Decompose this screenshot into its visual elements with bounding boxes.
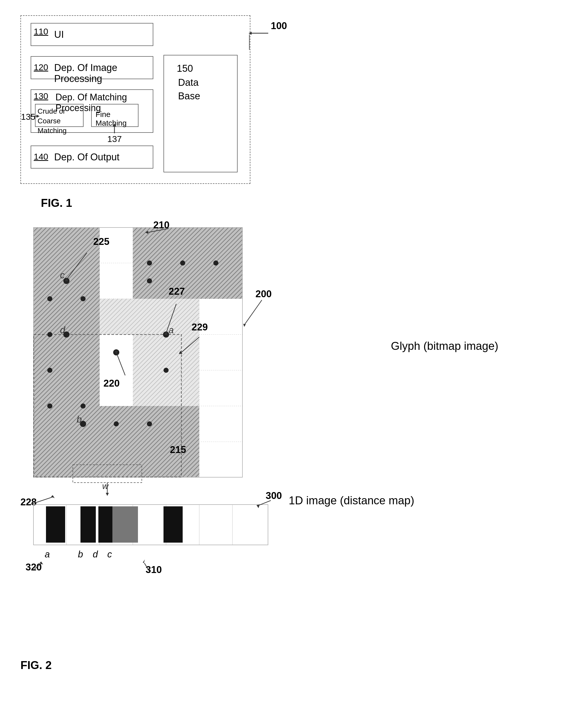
svg-point-42 — [47, 404, 52, 409]
svg-rect-20 — [34, 406, 199, 477]
svg-text:w: w — [102, 481, 109, 491]
label-229: 229 — [192, 322, 208, 333]
fig1-database-text: DataBase — [178, 76, 200, 103]
svg-rect-82 — [98, 506, 114, 543]
svg-point-43 — [80, 404, 85, 409]
fig1-output-text: Dep. Of Output — [54, 152, 120, 163]
svg-rect-80 — [46, 506, 65, 543]
svg-text:b: b — [77, 414, 82, 425]
onedim-a-label: a — [45, 549, 50, 560]
onedim-label: 1D image (distance map) — [289, 494, 414, 507]
fig1-output-box: 140 Dep. Of Output — [31, 146, 153, 168]
onedim-d-label: d — [93, 549, 98, 560]
svg-rect-83 — [112, 506, 138, 543]
svg-point-41 — [47, 368, 52, 373]
svg-marker-72 — [106, 493, 109, 496]
glyph-svg: c d a b — [33, 227, 243, 477]
svg-point-39 — [80, 296, 85, 301]
label-227: 227 — [169, 286, 185, 297]
fig2-caption: FIG. 2 — [21, 659, 52, 672]
svg-text:c: c — [60, 270, 65, 280]
fig1-crude-text: Crude orCoarse Matching — [37, 106, 83, 135]
fig1-ui-text: UI — [54, 29, 64, 40]
label-220: 220 — [103, 378, 120, 389]
fig1-imgproc-text: Dep. Of Image Processing — [54, 62, 153, 84]
page: 100 110 UI 120 Dep. Of Image Processing … — [0, 0, 584, 728]
label-100: 100 — [271, 20, 287, 31]
svg-rect-23 — [100, 299, 133, 335]
svg-point-48 — [180, 260, 185, 265]
fig1-fine-text: Fine Matching — [96, 110, 138, 127]
svg-rect-27 — [100, 335, 133, 406]
fig1-imgproc-box: 120 Dep. Of Image Processing — [31, 56, 153, 79]
fig1-caption: FIG. 1 — [41, 197, 72, 209]
label-120: 120 — [34, 62, 48, 72]
onedim-c-label: c — [107, 549, 112, 560]
label-137: 137 — [107, 134, 122, 144]
svg-point-40 — [47, 332, 52, 337]
label-215: 215 — [170, 444, 186, 455]
fig1-database-box: 150 DataBase — [163, 55, 237, 172]
svg-rect-73 — [33, 504, 268, 545]
label-320: 320 — [26, 562, 42, 573]
label-135: 135 — [21, 112, 35, 122]
label-310: 310 — [146, 564, 162, 575]
label-110: 110 — [34, 27, 48, 36]
label-210: 210 — [153, 219, 169, 231]
svg-point-50 — [147, 278, 152, 283]
svg-rect-24 — [133, 299, 199, 335]
svg-point-44 — [114, 421, 119, 426]
svg-marker-68 — [51, 495, 55, 498]
label-200: 200 — [255, 289, 272, 300]
fig1-ui-box: 110 UI — [31, 23, 153, 46]
svg-point-49 — [213, 260, 219, 265]
fig1-crude-box: Crude orCoarse Matching — [35, 104, 83, 127]
svg-rect-81 — [80, 506, 96, 543]
svg-marker-88 — [143, 560, 145, 563]
svg-rect-26 — [133, 370, 199, 406]
svg-text:a: a — [169, 325, 174, 335]
label-300: 300 — [266, 490, 282, 501]
label-150: 150 — [177, 63, 193, 74]
svg-rect-25 — [133, 335, 199, 370]
svg-point-46 — [163, 368, 169, 373]
fig1-container: 100 110 UI 120 Dep. Of Image Processing … — [21, 15, 301, 194]
fig2-container: Glyph (bitmap image) 1D image (distance … — [21, 212, 557, 697]
fig1-matching-outer-box: 130 Dep. Of Matching Processing Crude or… — [31, 89, 153, 133]
svg-point-47 — [147, 260, 152, 265]
svg-marker-66 — [243, 324, 246, 327]
label-225: 225 — [93, 236, 109, 247]
label-130: 130 — [34, 91, 48, 101]
onedim-b-label: b — [78, 549, 83, 560]
svg-point-38 — [47, 296, 52, 301]
svg-line-65 — [245, 300, 262, 324]
fig1-fine-box: Fine Matching — [91, 104, 138, 127]
svg-text:d: d — [60, 325, 66, 335]
glyph-label: Glyph (bitmap image) — [391, 340, 499, 353]
label-140: 140 — [34, 152, 48, 162]
svg-rect-84 — [163, 506, 183, 543]
onedim-svg — [33, 504, 268, 545]
svg-point-45 — [147, 421, 152, 426]
